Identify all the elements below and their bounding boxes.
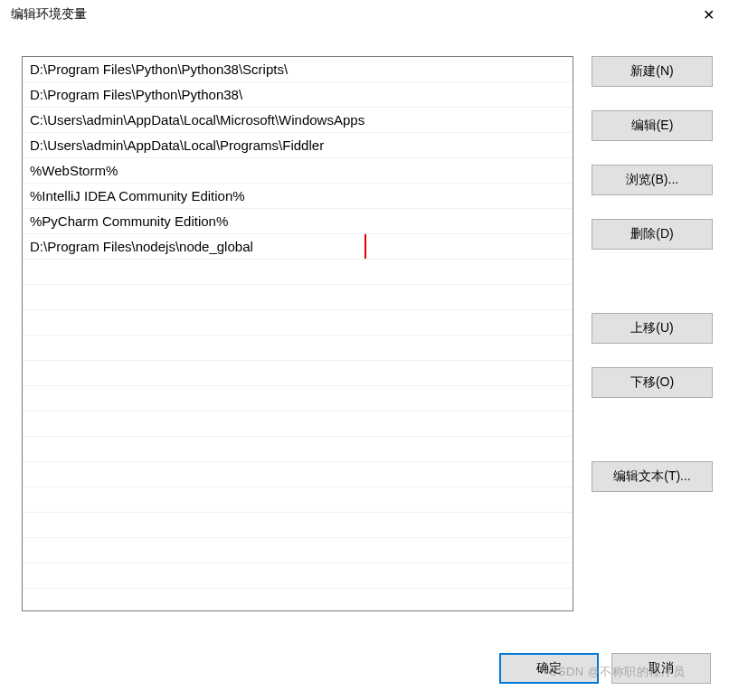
path-list-item (23, 310, 573, 336)
button-column: 新建(N) 编辑(E) 浏览(B)... 删除(D) 上移(U) 下移(O) 编… (592, 56, 713, 611)
path-list-item[interactable]: D:\Program Files\Python\Python38\ (23, 82, 573, 108)
path-list-item (23, 513, 573, 538)
path-list-item (23, 285, 573, 310)
titlebar: 编辑环境变量 ✕ (0, 0, 729, 29)
path-list-item (23, 538, 573, 563)
path-list-item (23, 411, 573, 437)
path-list-item[interactable]: %PyCharm Community Edition% (23, 209, 573, 234)
browse-button[interactable]: 浏览(B)... (592, 165, 713, 195)
path-list-item (23, 361, 573, 386)
close-icon: ✕ (703, 6, 715, 24)
ok-button[interactable]: 确定 (499, 653, 599, 684)
path-list-item[interactable]: D:\Program Files\Python\Python38\Scripts… (23, 57, 573, 82)
new-button[interactable]: 新建(N) (592, 56, 713, 87)
path-list-item (23, 462, 573, 487)
path-list-item[interactable]: C:\Users\admin\AppData\Local\Microsoft\W… (23, 108, 573, 133)
path-list-item[interactable]: D:\Program Files\nodejs\node_global (23, 234, 573, 260)
path-list[interactable]: D:\Program Files\Python\Python38\Scripts… (22, 56, 573, 611)
path-list-item[interactable]: %WebStorm% (23, 158, 573, 184)
move-up-button[interactable]: 上移(U) (592, 313, 713, 344)
delete-button[interactable]: 删除(D) (592, 219, 713, 250)
path-list-item (23, 386, 573, 411)
path-list-item (23, 260, 573, 285)
window-title: 编辑环境变量 (11, 6, 87, 23)
path-list-item (23, 336, 573, 361)
path-list-item (23, 487, 573, 513)
path-list-item (23, 563, 573, 589)
edit-text-button[interactable]: 编辑文本(T)... (592, 461, 713, 492)
path-list-item[interactable]: %IntelliJ IDEA Community Edition% (23, 184, 573, 209)
footer-buttons: 确定 取消 (499, 653, 711, 684)
cancel-button[interactable]: 取消 (611, 653, 711, 684)
path-list-item (23, 437, 573, 462)
close-button[interactable]: ✕ (687, 0, 729, 29)
path-list-item[interactable]: D:\Users\admin\AppData\Local\Programs\Fi… (23, 133, 573, 158)
move-down-button[interactable]: 下移(O) (592, 367, 713, 398)
edit-button[interactable]: 编辑(E) (592, 110, 713, 141)
content-area: D:\Program Files\Python\Python38\Scripts… (0, 29, 729, 611)
